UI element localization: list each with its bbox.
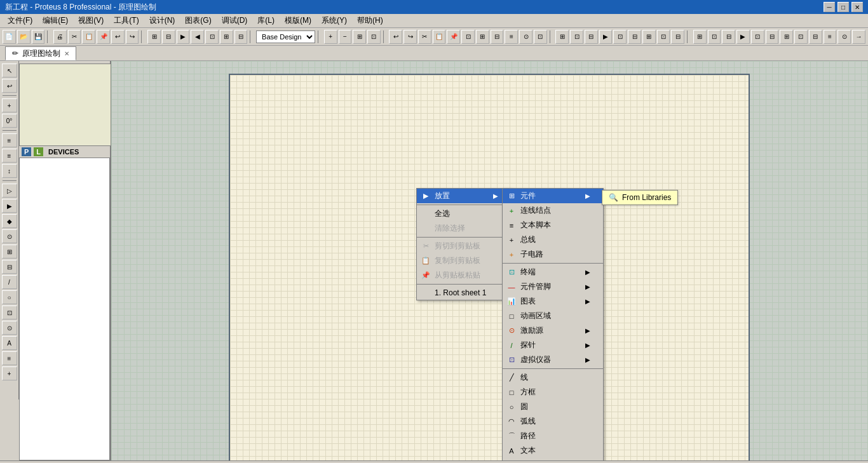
lt-undo[interactable]: ↩ bbox=[2, 79, 17, 93]
menu-debug[interactable]: 调试(D) bbox=[217, 14, 253, 27]
tb-zoom-sel[interactable]: ⊡ bbox=[367, 30, 381, 44]
ctx-component[interactable]: ⊞ 元件 ▶ bbox=[503, 189, 603, 203]
tb-d5[interactable]: ⊡ bbox=[613, 30, 627, 44]
lt-c1[interactable]: ▷ bbox=[2, 184, 17, 198]
design-dropdown[interactable]: Base Design bbox=[256, 30, 315, 43]
tb-e2[interactable]: ⊡ bbox=[708, 30, 721, 44]
tb-new[interactable]: 📄 bbox=[3, 30, 16, 44]
tb-print[interactable]: 🖨 bbox=[53, 30, 67, 44]
tb-b5[interactable]: ⊡ bbox=[205, 30, 219, 44]
ctx-chart[interactable]: 📊 图表 ▶ bbox=[503, 294, 603, 309]
maximize-button[interactable]: □ bbox=[837, 2, 849, 12]
btn-L[interactable]: L bbox=[34, 147, 43, 156]
menu-system[interactable]: 系统(Y) bbox=[316, 14, 352, 27]
ctx-terminal[interactable]: ⊡ 终端 ▶ bbox=[503, 265, 603, 279]
ctx-virtual[interactable]: ⊡ 虚拟仪器 ▶ bbox=[503, 352, 603, 367]
ctx-symbol[interactable]: □ 符号 ▶ bbox=[503, 458, 603, 460]
menu-graph[interactable]: 图表(G) bbox=[180, 14, 216, 27]
lt-b1[interactable]: ≡ bbox=[2, 133, 17, 147]
tb-e12[interactable]: → bbox=[852, 30, 865, 44]
tab-schematic-close[interactable]: ✕ bbox=[64, 50, 69, 57]
lt-c10[interactable]: ⊙ bbox=[2, 321, 17, 335]
tb-zoom-in[interactable]: + bbox=[324, 30, 337, 44]
ctx-pin[interactable]: — 元件管脚 ▶ bbox=[503, 279, 603, 294]
minimize-button[interactable]: ─ bbox=[824, 2, 835, 12]
from-libraries-button[interactable]: 🔍 From Libraries bbox=[602, 190, 678, 205]
tb-c5[interactable]: 📌 bbox=[447, 30, 460, 44]
tb-d4[interactable]: ▶ bbox=[599, 30, 613, 44]
tb-d1[interactable]: ⊞ bbox=[555, 30, 569, 44]
tb-d6[interactable]: ⊟ bbox=[628, 30, 641, 44]
tb-e11[interactable]: ⊙ bbox=[837, 30, 851, 44]
menu-template[interactable]: 模版(M) bbox=[280, 14, 316, 27]
tb-d2[interactable]: ⊡ bbox=[570, 30, 583, 44]
lt-c11[interactable]: A bbox=[2, 336, 17, 350]
ctx-place[interactable]: ▶ 放置 ▶ bbox=[417, 189, 511, 203]
tb-c8[interactable]: ⊟ bbox=[491, 30, 504, 44]
tb-e7[interactable]: ⊞ bbox=[780, 30, 793, 44]
tb-c11[interactable]: ⊡ bbox=[534, 30, 547, 44]
lt-c5[interactable]: ⊞ bbox=[2, 245, 17, 258]
tb-e5[interactable]: ⊡ bbox=[751, 30, 764, 44]
ctx-textobj[interactable]: A 文本 bbox=[503, 443, 603, 458]
tb-undo[interactable]: ↩ bbox=[111, 30, 125, 44]
tb-c4[interactable]: 📋 bbox=[433, 30, 446, 44]
ctx-textscript[interactable]: ≡ 文本脚本 bbox=[503, 218, 603, 232]
lt-wire[interactable]: + bbox=[2, 98, 17, 112]
tb-d9[interactable]: ⊟ bbox=[671, 30, 684, 44]
ctx-stimulus[interactable]: ⊙ 激励源 ▶ bbox=[503, 323, 603, 338]
tb-c10[interactable]: ⊙ bbox=[519, 30, 532, 44]
lt-c3[interactable]: ◆ bbox=[2, 214, 17, 228]
tb-e6[interactable]: ⊟ bbox=[766, 30, 779, 44]
tb-c1[interactable]: ↩ bbox=[389, 30, 402, 44]
tb-open[interactable]: 📂 bbox=[17, 30, 31, 44]
menu-tools[interactable]: 工具(T) bbox=[109, 14, 144, 27]
menu-file[interactable]: 文件(F) bbox=[3, 14, 37, 27]
tb-paste[interactable]: 📌 bbox=[97, 30, 110, 44]
close-button[interactable]: ✕ bbox=[851, 2, 863, 12]
lt-c4[interactable]: ⊙ bbox=[2, 229, 17, 243]
lt-c6[interactable]: ⊟ bbox=[2, 260, 17, 274]
tb-cut[interactable]: ✂ bbox=[68, 30, 81, 44]
tb-e8[interactable]: ⊡ bbox=[794, 30, 808, 44]
tb-e3[interactable]: ⊟ bbox=[722, 30, 735, 44]
lt-c9[interactable]: ⊡ bbox=[2, 305, 17, 319]
tb-c6[interactable]: ⊡ bbox=[461, 30, 475, 44]
btn-P[interactable]: P bbox=[22, 147, 31, 156]
tb-c7[interactable]: ⊞ bbox=[476, 30, 489, 44]
tb-b7[interactable]: ⊟ bbox=[234, 30, 248, 44]
ctx-circle[interactable]: ○ 圆 bbox=[503, 399, 603, 414]
ctx-bus[interactable]: + 总线 bbox=[503, 232, 603, 247]
tab-schematic[interactable]: ✏ 原理图绘制 ✕ bbox=[5, 46, 76, 60]
lt-b3[interactable]: ↕ bbox=[2, 164, 17, 178]
tb-c3[interactable]: ✂ bbox=[418, 30, 431, 44]
menu-help[interactable]: 帮助(H) bbox=[352, 14, 388, 27]
menu-library[interactable]: 库(L) bbox=[252, 14, 280, 27]
ctx-probe[interactable]: / 探针 ▶ bbox=[503, 338, 603, 352]
ctx-rootsheet[interactable]: 1. Root sheet 1 bbox=[417, 286, 511, 300]
tb-zoom-fit[interactable]: ⊞ bbox=[353, 30, 366, 44]
tb-e10[interactable]: ≡ bbox=[824, 30, 837, 44]
tb-b2[interactable]: ⊟ bbox=[162, 30, 175, 44]
ctx-line[interactable]: ╱ 线 bbox=[503, 370, 603, 385]
tb-b4[interactable]: ◀ bbox=[191, 30, 204, 44]
tb-zoom-out[interactable]: − bbox=[339, 30, 352, 44]
ctx-box[interactable]: □ 方框 bbox=[503, 385, 603, 399]
ctx-path[interactable]: ⌒ 路径 bbox=[503, 429, 603, 443]
tb-d8[interactable]: ⊡ bbox=[657, 30, 670, 44]
lt-c13[interactable]: + bbox=[2, 366, 17, 380]
menu-edit[interactable]: 编辑(E) bbox=[37, 14, 73, 27]
lt-b2[interactable]: ≡ bbox=[2, 149, 17, 163]
tb-c2[interactable]: ↪ bbox=[403, 30, 417, 44]
tb-d7[interactable]: ⊞ bbox=[642, 30, 656, 44]
lt-c2[interactable]: ▶ bbox=[2, 199, 17, 213]
ctx-subcircuit[interactable]: + 子电路 bbox=[503, 247, 603, 262]
tb-e1[interactable]: ⊞ bbox=[693, 30, 707, 44]
canvas-area[interactable]: ▶ 放置 ▶ 全选 清除选择 ✂ 剪切到剪贴板 📋 复制到剪贴板 bbox=[111, 61, 868, 460]
tb-e9[interactable]: ⊟ bbox=[809, 30, 822, 44]
ctx-junction[interactable]: + 连线结点 bbox=[503, 203, 603, 218]
lt-angle[interactable]: 0° bbox=[2, 114, 17, 128]
ctx-animate[interactable]: □ 动画区域 bbox=[503, 309, 603, 323]
ctx-selectall[interactable]: 全选 bbox=[417, 206, 511, 221]
menu-view[interactable]: 视图(V) bbox=[73, 14, 109, 27]
